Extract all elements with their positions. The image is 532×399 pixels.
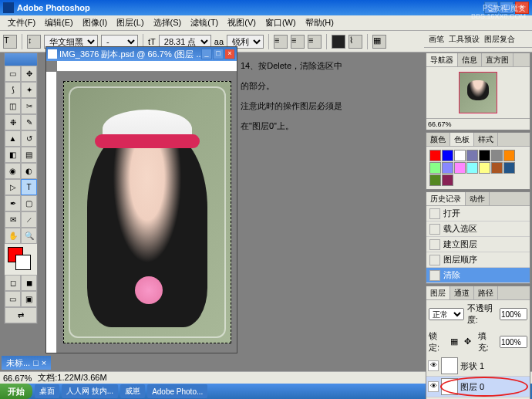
- menu-window[interactable]: 窗口(W): [261, 15, 301, 30]
- lasso-tool[interactable]: ⟆: [5, 82, 21, 98]
- path-tool[interactable]: ▷: [5, 179, 21, 195]
- tab-swatches[interactable]: 色板: [450, 133, 474, 146]
- doc-maximize-button[interactable]: □: [213, 49, 224, 59]
- opacity-input[interactable]: [500, 308, 527, 320]
- minimized-doc-restore[interactable]: □: [33, 358, 39, 367]
- menu-filter[interactable]: 滤镜(T): [186, 15, 223, 30]
- tab-channels[interactable]: 通道: [450, 286, 474, 299]
- layer-thumbnail[interactable]: [441, 378, 458, 395]
- doc-close-button[interactable]: ×: [224, 49, 235, 59]
- tab-toolpresets[interactable]: 工具预设: [449, 34, 480, 45]
- wand-tool[interactable]: ✦: [21, 82, 37, 98]
- swatch[interactable]: [479, 162, 490, 174]
- ruler-horizontal[interactable]: [57, 61, 237, 72]
- swatch[interactable]: [466, 150, 478, 161]
- screen-std-button[interactable]: ▭: [5, 291, 21, 307]
- stamp-tool[interactable]: ▲: [5, 130, 21, 147]
- menu-select[interactable]: 选择(S): [149, 15, 187, 30]
- start-button[interactable]: 开始: [0, 384, 32, 399]
- shape-tool[interactable]: ▢: [21, 195, 37, 211]
- swatch[interactable]: [442, 162, 453, 174]
- text-color-swatch[interactable]: [332, 35, 345, 49]
- lock-position-icon[interactable]: ✥: [464, 336, 475, 347]
- healing-tool[interactable]: ❉: [5, 114, 21, 130]
- menu-view[interactable]: 视图(V): [223, 15, 261, 30]
- pen-tool[interactable]: ✒: [5, 195, 21, 211]
- tab-layers[interactable]: 图层: [426, 286, 450, 299]
- notes-tool[interactable]: ✉: [5, 211, 21, 228]
- taskbar-item[interactable]: 人人网 技内...: [62, 384, 118, 398]
- swatch[interactable]: [454, 162, 466, 174]
- tab-histogram[interactable]: 直方图: [482, 53, 513, 66]
- jump-imageready-button[interactable]: ⇄: [5, 307, 37, 323]
- standard-mode-button[interactable]: ◻: [5, 275, 21, 291]
- palettes-button[interactable]: ▦: [372, 35, 386, 49]
- tab-actions[interactable]: 动作: [466, 192, 490, 205]
- warp-text-button[interactable]: ⌇: [348, 35, 362, 49]
- history-item[interactable]: 载入选区: [426, 221, 530, 237]
- crop-tool[interactable]: ◫: [5, 98, 21, 114]
- tab-color[interactable]: 颜色: [426, 133, 450, 146]
- menu-image[interactable]: 图像(I): [78, 15, 112, 30]
- tab-layercomps[interactable]: 图层复合: [484, 34, 515, 45]
- swatch[interactable]: [503, 162, 515, 174]
- screen-full-button[interactable]: ▣: [21, 291, 37, 307]
- blend-mode-select[interactable]: 正常: [429, 308, 464, 320]
- history-item[interactable]: 建立图层: [426, 237, 530, 252]
- orientation-icon[interactable]: ↕: [27, 35, 41, 49]
- move-tool[interactable]: ✥: [21, 66, 37, 82]
- layer-name[interactable]: 形状 1: [460, 360, 484, 372]
- tab-navigator[interactable]: 导航器: [426, 53, 458, 66]
- layer-row[interactable]: 👁形状 1: [426, 356, 530, 377]
- slice-tool[interactable]: ✂: [21, 98, 37, 114]
- swatch[interactable]: [442, 174, 453, 186]
- zoom-tool[interactable]: 🔍: [21, 228, 37, 244]
- taskbar-item[interactable]: 桌面: [35, 384, 59, 398]
- tab-info[interactable]: 信息: [458, 53, 482, 66]
- tab-history[interactable]: 历史记录: [426, 192, 466, 205]
- status-zoom[interactable]: 66.67%: [3, 374, 32, 383]
- taskbar-item[interactable]: 威崽: [120, 384, 145, 398]
- layer-name[interactable]: 图层 0: [460, 381, 484, 393]
- marquee-tool[interactable]: ▭: [5, 66, 21, 82]
- menu-layer[interactable]: 图层(L): [112, 15, 148, 30]
- swatch[interactable]: [503, 150, 515, 161]
- swatch[interactable]: [491, 150, 503, 161]
- text-tool-icon[interactable]: T: [3, 35, 17, 49]
- visibility-toggle[interactable]: 👁: [428, 381, 439, 392]
- doc-minimize-button[interactable]: _: [201, 49, 212, 59]
- align-left-button[interactable]: ≡: [274, 35, 288, 49]
- minimized-doc-close[interactable]: ×: [42, 358, 46, 367]
- menu-edit[interactable]: 编辑(E): [40, 15, 78, 30]
- tab-paths[interactable]: 路径: [474, 286, 498, 299]
- history-item[interactable]: 图层顺序: [426, 252, 530, 268]
- navigator-zoom[interactable]: 66.67%: [426, 118, 530, 130]
- document-titlebar[interactable]: IMG_3676 副本.psd @ 66.7% (图层 ...) _ □ ×: [46, 47, 237, 61]
- history-item[interactable]: 打开: [426, 206, 530, 221]
- visibility-toggle[interactable]: 👁: [428, 360, 439, 371]
- ruler-vertical[interactable]: [46, 72, 57, 353]
- navigator-thumbnail[interactable]: [459, 72, 497, 113]
- history-item[interactable]: 清除: [426, 268, 530, 283]
- background-color[interactable]: [15, 255, 31, 270]
- eyedropper-tool[interactable]: ⟋: [21, 211, 37, 228]
- swatch[interactable]: [479, 150, 490, 161]
- swatch[interactable]: [454, 150, 466, 161]
- hand-tool[interactable]: ✋: [5, 228, 21, 244]
- menu-help[interactable]: 帮助(H): [301, 15, 338, 30]
- history-brush-tool[interactable]: ↺: [21, 130, 37, 147]
- toolbox-titlebar[interactable]: [5, 53, 37, 66]
- type-tool[interactable]: T: [21, 179, 37, 195]
- layer-thumbnail[interactable]: [441, 357, 458, 374]
- quickmask-mode-button[interactable]: ◼: [21, 275, 37, 291]
- minimized-doc[interactable]: 未标... □ ×: [2, 356, 51, 370]
- swatch[interactable]: [442, 150, 453, 161]
- swatch[interactable]: [429, 150, 441, 161]
- swatch[interactable]: [466, 162, 478, 174]
- tab-styles[interactable]: 样式: [474, 133, 498, 146]
- blur-tool[interactable]: ◉: [5, 163, 21, 179]
- swatch[interactable]: [429, 162, 441, 174]
- taskbar-item[interactable]: Adobe Photo...: [147, 384, 207, 398]
- gradient-tool[interactable]: ▤: [21, 147, 37, 163]
- brush-tool[interactable]: ✎: [21, 114, 37, 130]
